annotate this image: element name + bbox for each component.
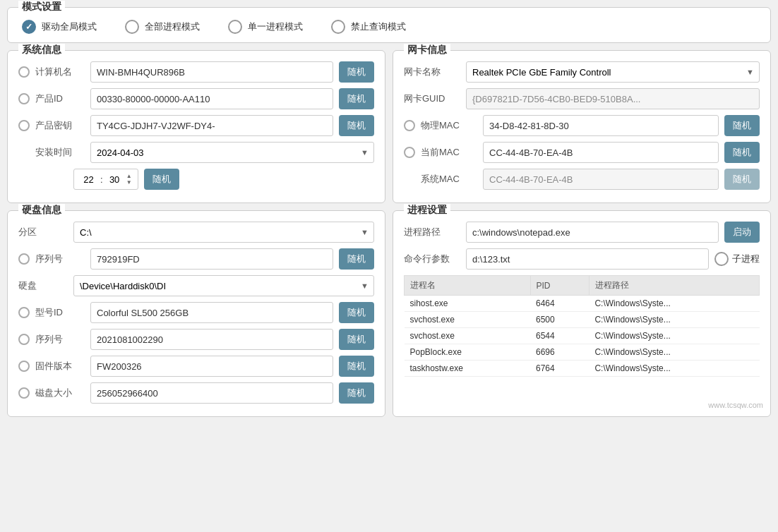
process-table: 进程名 PID 进程路径 sihost.exe6464C:\Windows\Sy…: [404, 275, 760, 377]
label-physical-mac: 物理MAC: [421, 119, 477, 132]
subproc-wrapper: 子进程: [714, 252, 760, 266]
col-header-pid: PID: [530, 276, 589, 296]
process-table-row[interactable]: svchost.exe6500C:\Windows\Syste...: [405, 312, 760, 328]
disk-info-title: 硬盘信息: [18, 204, 65, 217]
input-disk-size[interactable]: [90, 382, 333, 404]
process-cell-name: taskhostw.exe: [405, 361, 531, 377]
label-cmd-args: 命令行参数: [404, 253, 460, 265]
input-firmware[interactable]: [90, 356, 333, 377]
partition-select-wrapper: C:\ ▼: [73, 222, 374, 243]
mode-option-no-query[interactable]: 禁止查询模式: [331, 20, 406, 34]
partition-select[interactable]: C:\: [73, 222, 374, 243]
current-mac-row: 当前MAC 随机: [404, 142, 760, 163]
nic-info-panel: 网卡信息 网卡名称 Realtek PCIe GbE Family Contro…: [393, 50, 771, 203]
label-process-path: 进程路径: [404, 226, 460, 238]
mode-section-title: 模式设置: [18, 1, 65, 13]
process-cell-path: C:\Windows\Syste...: [589, 361, 759, 377]
time-hour-input[interactable]: [80, 174, 97, 185]
label-install-time: 安装时间: [35, 146, 85, 159]
btn-random-model-id[interactable]: 随机: [339, 302, 374, 323]
time-down-icon[interactable]: ▼: [126, 180, 132, 186]
btn-random-time[interactable]: 随机: [144, 169, 179, 190]
input-product-key[interactable]: [90, 115, 333, 136]
radio-physical-mac[interactable]: [404, 120, 415, 131]
label-computer-name: 计算机名: [35, 66, 85, 78]
nic-info-title: 网卡信息: [404, 44, 450, 56]
page-container: 模式设置 驱动全局模式 全部进程模式 单一进程模式 禁止查询模式 系统信息: [7, 7, 771, 417]
label-product-key: 产品密钥: [35, 119, 85, 132]
input-cmd-args[interactable]: [466, 248, 709, 270]
btn-start[interactable]: 启动: [724, 222, 760, 243]
radio-computer-name[interactable]: [18, 66, 30, 78]
col-header-process-name: 进程名: [405, 276, 531, 296]
radio-serial-2[interactable]: [18, 334, 30, 345]
process-settings-panel: 进程设置 进程路径 启动 命令行参数 子进程 进程名: [393, 210, 771, 417]
btn-random-product-id[interactable]: 随机: [339, 88, 374, 109]
process-cell-path: C:\Windows\Syste...: [589, 312, 759, 328]
disk-select-wrapper: \Device\Harddisk0\DI ▼: [73, 275, 374, 296]
radio-no-query[interactable]: [331, 20, 345, 34]
process-table-row[interactable]: taskhostw.exe6764C:\Windows\Syste...: [405, 361, 760, 377]
process-cell-name: PopBlock.exe: [405, 344, 531, 361]
install-date-row: 安装时间 2024-04-03 ▼: [18, 142, 374, 163]
mode-option-global[interactable]: 驱动全局模式: [22, 20, 97, 34]
btn-random-serial-2[interactable]: 随机: [339, 329, 374, 350]
btn-random-serial-1[interactable]: 随机: [339, 248, 374, 270]
radio-firmware[interactable]: [18, 361, 30, 372]
radio-disk-size[interactable]: [18, 387, 30, 399]
install-date-select[interactable]: 2024-04-03: [90, 142, 374, 163]
radio-current-mac[interactable]: [404, 147, 415, 158]
btn-random-current-mac[interactable]: 随机: [724, 142, 760, 163]
process-cell-path: C:\Windows\Syste...: [589, 328, 759, 344]
mode-options: 驱动全局模式 全部进程模式 单一进程模式 禁止查询模式: [22, 16, 756, 34]
label-nic-guid: 网卡GUID: [404, 92, 460, 105]
input-physical-mac[interactable]: [483, 115, 719, 136]
radio-product-id[interactable]: [18, 93, 30, 104]
input-model-id[interactable]: [90, 302, 333, 323]
process-table-row[interactable]: svchost.exe6544C:\Windows\Syste...: [405, 328, 760, 344]
label-serial-2: 序列号: [35, 333, 85, 346]
disk-select[interactable]: \Device\Harddisk0\DI: [73, 275, 374, 296]
process-table-row[interactable]: PopBlock.exe6696C:\Windows\Syste...: [405, 344, 760, 361]
label-disk-size: 磁盘大小: [35, 387, 85, 399]
main-two-col: 系统信息 计算机名 随机 产品ID 随机 产品密钥 随机: [7, 50, 771, 417]
nic-name-select[interactable]: Realtek PCIe GbE Family Controll: [466, 61, 760, 83]
process-table-row[interactable]: sihost.exe6464C:\Windows\Syste...: [405, 296, 760, 312]
time-separator: :: [100, 174, 103, 185]
system-info-panel: 系统信息 计算机名 随机 产品ID 随机 产品密钥 随机: [7, 50, 385, 203]
input-serial-2[interactable]: [90, 329, 333, 350]
radio-global[interactable]: [22, 20, 36, 34]
radio-product-key[interactable]: [18, 120, 30, 131]
input-computer-name[interactable]: [90, 61, 333, 83]
mode-option-single-process[interactable]: 单一进程模式: [228, 20, 303, 34]
col-header-process-path: 进程路径: [589, 276, 759, 296]
time-up-icon[interactable]: ▲: [126, 174, 132, 179]
time-minute-input[interactable]: [106, 174, 124, 185]
radio-all-process[interactable]: [125, 20, 139, 34]
mode-label-no-query: 禁止查询模式: [351, 20, 406, 33]
btn-random-computer-name[interactable]: 随机: [339, 61, 374, 83]
disk-row: 硬盘 \Device\Harddisk0\DI ▼: [18, 275, 374, 296]
input-serial-1[interactable]: [90, 248, 333, 270]
process-path-row: 进程路径 启动: [404, 222, 760, 243]
mode-label-all-process: 全部进程模式: [145, 20, 200, 33]
label-nic-name: 网卡名称: [404, 66, 460, 78]
label-partition: 分区: [18, 226, 68, 238]
mode-option-all-process[interactable]: 全部进程模式: [125, 20, 200, 34]
radio-single-process[interactable]: [228, 20, 242, 34]
btn-random-firmware[interactable]: 随机: [339, 356, 374, 377]
input-current-mac[interactable]: [483, 142, 719, 163]
btn-random-product-key[interactable]: 随机: [339, 115, 374, 136]
btn-random-disk-size[interactable]: 随机: [339, 382, 374, 404]
radio-model-id[interactable]: [18, 307, 30, 318]
system-info-title: 系统信息: [18, 44, 65, 56]
time-input-wrap: : ▲ ▼: [73, 169, 138, 190]
input-process-path[interactable]: [466, 222, 719, 243]
btn-random-physical-mac[interactable]: 随机: [724, 115, 760, 136]
radio-subproc[interactable]: [714, 252, 729, 266]
radio-serial-1[interactable]: [18, 253, 30, 265]
install-time-row: : ▲ ▼ 随机: [18, 169, 374, 190]
cmd-args-row: 命令行参数 子进程: [404, 248, 760, 270]
product-id-row: 产品ID 随机: [18, 88, 374, 109]
input-product-id[interactable]: [90, 88, 333, 109]
